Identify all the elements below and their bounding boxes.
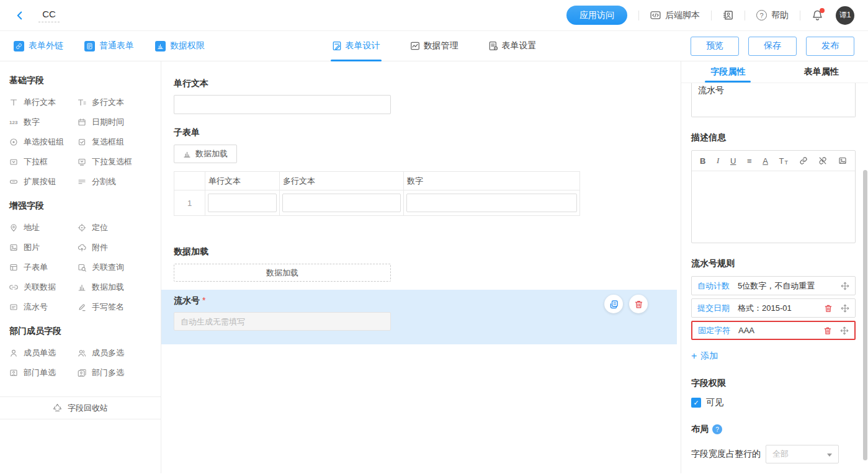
sidebar-item-address[interactable]: 地址: [9, 218, 78, 238]
field-subform[interactable]: 子表单 数据加载 单行文本 多行文本 数字 1: [161, 114, 681, 216]
sidebar-item-data-load[interactable]: 数据加载: [78, 277, 161, 297]
link-icon: [799, 156, 808, 165]
serial-number-input[interactable]: [174, 312, 391, 331]
copy-field-button[interactable]: [604, 295, 623, 313]
font-size-button[interactable]: TT: [779, 156, 788, 166]
publish-button[interactable]: 发布: [806, 37, 854, 56]
underline-button[interactable]: U: [730, 156, 736, 166]
field-serial-number-selected[interactable]: 流水号*: [161, 290, 677, 344]
app-access-button[interactable]: 应用访问: [566, 6, 627, 25]
subform-cell-input-text[interactable]: [208, 194, 277, 212]
field-label: 数据加载: [174, 246, 681, 257]
sidebar-item-subform[interactable]: 子表单: [9, 257, 78, 277]
rule-value: 5位数字，不自动重置: [738, 280, 833, 292]
sidebar-item-related-data[interactable]: 关联数据: [9, 277, 78, 297]
sidebar-item-multi-line-text[interactable]: 多行文本: [78, 92, 161, 112]
sidebar-item-picture[interactable]: 图片: [9, 238, 78, 257]
sidebar-item-single-line-text[interactable]: 单行文本: [9, 92, 78, 112]
sidebar-item-member-single[interactable]: 成员单选: [9, 343, 78, 363]
form-external-link-button[interactable]: 表单外链: [14, 40, 63, 51]
help-button[interactable]: ? 帮助: [756, 10, 789, 21]
notification-bell-button[interactable]: [812, 9, 823, 21]
document-icon: [84, 41, 95, 51]
move-icon[interactable]: [841, 304, 849, 313]
avatar[interactable]: 谭1: [836, 6, 854, 25]
contact-book-icon: [723, 10, 733, 20]
tab-field-properties[interactable]: 字段属性: [681, 61, 775, 83]
app-title-wrap[interactable]: CC: [38, 9, 60, 22]
body: 基础字段 单行文本 多行文本 123数字 日期时间 单选按钮组 复选框组 下拉框…: [0, 61, 868, 473]
align-button[interactable]: ≡: [747, 156, 752, 166]
rule-type-link[interactable]: 提交日期: [697, 303, 730, 314]
back-button[interactable]: [15, 11, 25, 20]
subform-cell-input-textarea[interactable]: [282, 194, 401, 212]
description-textarea[interactable]: [692, 171, 855, 243]
rule-type-link[interactable]: 自动计数: [697, 280, 730, 292]
field-width-select[interactable]: 全部: [766, 445, 839, 463]
center-tabs: 表单设计 数据管理 表单设置: [331, 31, 538, 61]
subform-data-load-button[interactable]: 数据加载: [174, 145, 237, 163]
add-rule-button[interactable]: + 添加: [691, 351, 718, 362]
select-icon: [9, 158, 18, 166]
rule-row-submit-date[interactable]: 提交日期 格式：2015-01: [691, 298, 856, 318]
data-load-button[interactable]: 数据加载: [174, 264, 391, 282]
tab-form-settings[interactable]: 表单设置: [487, 31, 538, 61]
sidebar-item-geolocation[interactable]: 定位: [78, 218, 161, 238]
sidebar-item-dept-single[interactable]: 部门单选: [9, 363, 78, 383]
field-label: 单行文本: [174, 78, 681, 89]
tab-data-manage-label: 数据管理: [424, 40, 459, 51]
sidebar-item-number[interactable]: 123数字: [9, 112, 78, 132]
contact-book-button[interactable]: [723, 10, 733, 20]
sidebar-item-multi-dropdown[interactable]: 下拉复选框: [78, 152, 161, 172]
sidebar-item-divider[interactable]: 分割线: [78, 172, 161, 192]
field-data-load[interactable]: 数据加载 数据加载: [161, 216, 681, 282]
font-color-button[interactable]: A: [763, 156, 768, 166]
visible-checkbox-row[interactable]: ✓ 可见: [691, 397, 856, 408]
subform-icon: [9, 263, 18, 272]
subform-cell-input-number[interactable]: [406, 194, 577, 212]
sidebar-item-signature[interactable]: 手写签名: [78, 297, 161, 317]
trash-icon[interactable]: [823, 326, 832, 335]
tab-data-manage[interactable]: 数据管理: [409, 31, 460, 61]
tab-form-design[interactable]: 表单设计: [331, 31, 382, 61]
sidebar-item-dept-multi[interactable]: 部门多选: [78, 363, 161, 383]
layout-help-icon[interactable]: ?: [712, 424, 722, 434]
trash-icon[interactable]: [824, 304, 833, 313]
sidebar-item-checkbox-group[interactable]: 复选框组: [78, 132, 161, 152]
section-title: 部门成员字段: [9, 326, 161, 337]
move-icon[interactable]: [840, 326, 849, 335]
backend-script-button[interactable]: 后端脚本: [650, 10, 700, 21]
rule-row-fixed-chars-selected[interactable]: 固定字符 AAA: [691, 321, 856, 340]
sidebar-item-dropdown[interactable]: 下拉框: [9, 152, 78, 172]
remove-link-button[interactable]: [818, 156, 827, 165]
field-recycle-bin-button[interactable]: 字段回收站: [0, 396, 161, 419]
data-permission-button[interactable]: 数据权限: [155, 40, 205, 51]
checkbox-icon: [78, 138, 86, 146]
tab-form-properties[interactable]: 表单属性: [775, 61, 868, 83]
query-icon: [78, 263, 86, 272]
sidebar-item-member-multi[interactable]: 成员多选: [78, 343, 161, 363]
insert-link-button[interactable]: [799, 156, 808, 165]
rule-type-link[interactable]: 固定字符: [698, 325, 730, 336]
normal-form-button[interactable]: 普通表单: [84, 40, 134, 51]
italic-button[interactable]: I: [717, 156, 719, 166]
sidebar-item-related-query[interactable]: 关联查询: [78, 257, 161, 277]
bold-button[interactable]: B: [700, 156, 705, 166]
field-title-input[interactable]: 流水号: [691, 83, 856, 117]
sidebar-item-datetime[interactable]: 日期时间: [78, 112, 161, 132]
insert-image-button[interactable]: [838, 156, 847, 165]
panel-scrollbar[interactable]: [863, 170, 867, 460]
sidebar-item-extend-button[interactable]: 扩展按钮: [9, 172, 78, 192]
preview-button[interactable]: 预览: [691, 37, 739, 56]
move-icon[interactable]: [841, 282, 849, 290]
delete-field-button[interactable]: [629, 295, 648, 313]
checked-checkbox[interactable]: ✓: [691, 398, 701, 408]
sidebar-item-serial-number[interactable]: 流水号: [9, 297, 78, 317]
save-button[interactable]: 保存: [748, 37, 797, 56]
sidebar-item-radio-group[interactable]: 单选按钮组: [9, 132, 78, 152]
form-design-icon: [332, 41, 342, 51]
single-line-text-input[interactable]: [174, 95, 391, 114]
sidebar-item-attachment[interactable]: 附件: [78, 238, 161, 257]
rule-row-auto-count[interactable]: 自动计数 5位数字，不自动重置: [691, 276, 856, 295]
field-single-line-text[interactable]: 单行文本: [161, 61, 681, 114]
